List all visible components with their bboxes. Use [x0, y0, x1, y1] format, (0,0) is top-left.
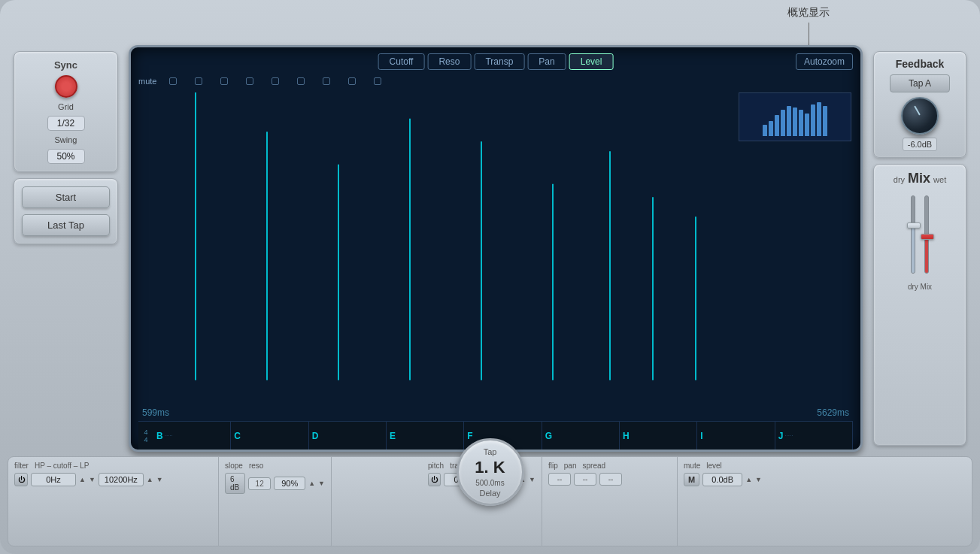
time-sig-bottom: 4: [144, 436, 147, 444]
swing-label: Swing: [55, 135, 77, 144]
feedback-title: Feedback: [896, 58, 945, 70]
tap-circle[interactable]: Tap 1. K 500.0ms Delay: [457, 438, 524, 506]
beat-dots-j: ·····: [784, 432, 793, 439]
feedback-knob-container: -6.0dB: [901, 97, 939, 151]
tab-pan[interactable]: Pan: [527, 53, 566, 70]
level-down-arrow[interactable]: ▼: [755, 477, 762, 483]
tab-cutoff[interactable]: Cutoff: [378, 53, 425, 70]
beat-g[interactable]: G: [542, 422, 620, 450]
mix-sliders: [911, 189, 929, 280]
tab-transp[interactable]: Transp: [474, 53, 524, 70]
filter-type: HP – cutoff – LP: [35, 462, 89, 470]
filter-controls: ⏻ 0Hz ▲ ▼ 10200Hz ▲ ▼: [14, 473, 212, 486]
pitch-power-button[interactable]: ⏻: [428, 473, 441, 486]
tap-circle-label: Tap: [484, 447, 497, 456]
filter-low-up-arrow[interactable]: ▲: [79, 477, 86, 483]
mute-dot-6[interactable]: [297, 77, 305, 85]
level-up-arrow[interactable]: ▲: [745, 477, 752, 483]
mute-dot-4[interactable]: [246, 77, 253, 85]
mute-m-button[interactable]: M: [684, 473, 699, 486]
mute-dot-8[interactable]: [348, 77, 356, 85]
annotation-text: 概览显示: [787, 6, 830, 20]
slope-label: slope: [225, 462, 243, 470]
feedback-knob-value: -6.0dB: [903, 138, 937, 151]
filter-high-hz[interactable]: 10200Hz: [99, 473, 144, 486]
mix-section: dry Mix wet dry Mix: [873, 164, 966, 446]
wet-slider-thumb[interactable]: [921, 234, 934, 240]
grid-value[interactable]: 1/32: [47, 116, 85, 131]
spread-label: spread: [582, 462, 605, 470]
time-sig-top: 4: [144, 428, 147, 436]
grid-label: Grid: [58, 102, 74, 111]
transp-down-arrow[interactable]: ▼: [529, 477, 536, 483]
start-button[interactable]: Start: [22, 186, 110, 208]
beat-h[interactable]: H: [620, 422, 697, 450]
reso-up-arrow[interactable]: ▲: [308, 480, 315, 487]
mute-indicators: [169, 77, 853, 85]
beat-letter-g: G: [545, 431, 552, 441]
bottom-panel: Tap 1. K 500.0ms Delay filter HP – cutof…: [8, 456, 972, 546]
pan-value[interactable]: --: [574, 473, 596, 486]
tap-circle-value: 1. K: [475, 458, 505, 477]
dry-mix-label: dry Mix: [908, 283, 932, 291]
action-section: Start Last Tap: [14, 178, 118, 244]
flip-value[interactable]: --: [548, 473, 571, 486]
flip-pan-spread-controls: -- -- --: [548, 473, 671, 486]
slope-db-btn[interactable]: 6 dB: [225, 473, 245, 494]
dry-slider-thumb[interactable]: [907, 223, 921, 229]
plugin-container: 概览显示 Sync Grid 1/32 Swing 50% Start Last…: [0, 0, 980, 554]
tab-level[interactable]: Level: [569, 53, 614, 70]
slope-reso-section: slope reso 6 dB 12 90% ▲ ▼: [219, 457, 332, 546]
main-body: Sync Grid 1/32 Swing 50% Start Last Tap …: [8, 45, 972, 452]
autozoom-button[interactable]: Autozoom: [796, 53, 853, 70]
mute-dot-3[interactable]: [220, 77, 228, 85]
slope-num: 12: [248, 477, 271, 490]
filter-section: filter HP – cutoff – LP ⏻ 0Hz ▲ ▼ 10200H…: [8, 457, 219, 546]
beat-j[interactable]: J ·····: [775, 422, 853, 450]
beat-i[interactable]: I: [697, 422, 775, 450]
flip-pan-spread-header: flip pan spread: [548, 462, 671, 470]
tab-reso[interactable]: Reso: [427, 53, 471, 70]
mute-dot-1[interactable]: [169, 77, 177, 85]
beat-letter-e: E: [390, 431, 396, 441]
filter-low-down-arrow[interactable]: ▼: [89, 477, 96, 483]
last-tap-button[interactable]: Last Tap: [22, 214, 110, 236]
reso-value[interactable]: 90%: [274, 477, 305, 490]
mix-dry-label: dry: [894, 175, 905, 184]
mix-title: Mix: [908, 171, 930, 186]
swing-value[interactable]: 50%: [47, 149, 85, 164]
sync-button[interactable]: [55, 75, 77, 98]
mute-dot-9[interactable]: [374, 77, 381, 85]
mix-wet-label: wet: [933, 175, 946, 184]
spread-value[interactable]: --: [599, 473, 622, 486]
beat-letter-b: B: [156, 431, 163, 441]
beat-d[interactable]: D: [309, 422, 387, 450]
feedback-knob[interactable]: [901, 97, 939, 135]
pan-label: pan: [564, 462, 577, 470]
level-value[interactable]: 0.0dB: [702, 473, 742, 486]
sync-section: Sync Grid 1/32 Swing 50%: [14, 51, 118, 172]
waveform-area: [138, 92, 853, 419]
mute-dot-5[interactable]: [272, 77, 279, 85]
filter-power-button[interactable]: ⏻: [14, 473, 28, 486]
beat-e[interactable]: E: [387, 422, 464, 450]
tab-bar: Cutoff Reso Transp Pan Level: [378, 53, 614, 70]
tap-lines-svg: [138, 92, 853, 419]
filter-high-up-arrow[interactable]: ▲: [147, 477, 153, 483]
tap-a-button[interactable]: Tap A: [890, 74, 950, 92]
beat-letter-j: J: [778, 431, 784, 441]
reso-down-arrow[interactable]: ▼: [318, 480, 325, 487]
filter-high-down-arrow[interactable]: ▼: [156, 477, 163, 483]
beat-b[interactable]: B ·····: [153, 422, 231, 450]
mute-dot-2[interactable]: [195, 77, 202, 85]
filter-low-hz[interactable]: 0Hz: [31, 473, 76, 486]
slope-reso-controls: 6 dB 12 90% ▲ ▼: [225, 473, 325, 494]
beat-letter-f: F: [467, 431, 472, 441]
mute-level-controls: M 0.0dB ▲ ▼: [684, 473, 762, 486]
mute-dot-7[interactable]: [323, 77, 330, 85]
mute-row-label: mute: [138, 77, 165, 86]
mute-level-section: mute level M 0.0dB ▲ ▼: [678, 457, 768, 546]
right-panel: Feedback Tap A -6.0dB dry Mix wet: [867, 45, 972, 452]
beat-c[interactable]: C: [231, 422, 308, 450]
beat-letter-d: D: [312, 431, 319, 441]
